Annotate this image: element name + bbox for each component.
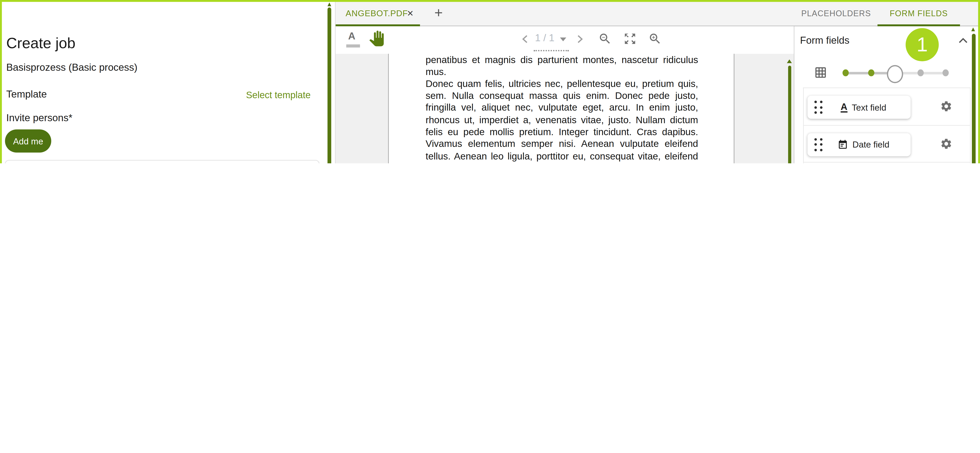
slider-stop[interactable] bbox=[842, 69, 849, 77]
grid-icon[interactable] bbox=[814, 65, 827, 79]
tab-close-icon[interactable]: ✕ bbox=[407, 9, 414, 18]
collapse-chevron-up-icon[interactable] bbox=[959, 38, 967, 43]
slider-stop[interactable] bbox=[917, 69, 924, 77]
prev-page-icon[interactable] bbox=[521, 35, 529, 44]
field-row: A Text field bbox=[804, 88, 970, 125]
zoom-in-icon[interactable] bbox=[648, 32, 662, 46]
frame-right bbox=[978, 0, 980, 163]
gear-icon[interactable] bbox=[940, 100, 953, 113]
invite-persons-label: Invite persons* bbox=[6, 113, 73, 124]
left-panel-scrollbar[interactable] bbox=[328, 8, 331, 163]
pdf-page: penatibus et magnis dis parturient monte… bbox=[388, 53, 735, 163]
select-template-link[interactable]: Select template bbox=[213, 89, 311, 100]
page-dropdown-caret-icon[interactable] bbox=[560, 38, 566, 41]
tab-angebot-pdf[interactable]: ANGEBOT.PDF bbox=[346, 9, 408, 18]
pdf-scrollbar[interactable] bbox=[788, 65, 791, 163]
annotation-step-badge: 1 bbox=[906, 28, 939, 61]
drag-handle-icon[interactable] bbox=[814, 138, 822, 151]
drag-handle-icon[interactable] bbox=[814, 101, 822, 114]
zoom-out-icon[interactable] bbox=[598, 32, 612, 46]
field-card-text[interactable]: A Text field bbox=[808, 96, 911, 119]
scroll-up-arrow[interactable] bbox=[971, 27, 975, 31]
field-card-date[interactable]: Date field bbox=[808, 133, 911, 156]
add-tab-icon[interactable]: + bbox=[434, 4, 443, 21]
pan-hand-icon[interactable] bbox=[369, 30, 384, 47]
field-type-list: A Text field Date field Checkbox bbox=[803, 88, 971, 163]
text-tool-icon[interactable]: A bbox=[348, 30, 355, 42]
form-fields-header: Form fields bbox=[800, 35, 850, 46]
pdf-scroll-up-arrow[interactable] bbox=[787, 59, 792, 63]
gear-icon[interactable] bbox=[940, 137, 953, 150]
next-page-icon[interactable] bbox=[576, 35, 584, 44]
text-field-icon: A bbox=[841, 102, 847, 112]
field-row: Date field bbox=[804, 126, 970, 163]
text-tool-underline bbox=[346, 45, 360, 47]
active-tab-underline bbox=[336, 24, 420, 26]
date-field-icon bbox=[837, 139, 848, 150]
app-window: Create job Basisprozess (Basic process) … bbox=[0, 0, 980, 163]
right-panel-scrollbar[interactable] bbox=[972, 34, 976, 163]
tab-form-fields[interactable]: FORM FIELDS bbox=[878, 9, 960, 18]
document-paragraph: Donec quam felis, ultricies nec, pellent… bbox=[426, 77, 698, 163]
page-title: Create job bbox=[6, 35, 75, 52]
frame-top bbox=[0, 0, 980, 2]
scroll-up-arrow[interactable] bbox=[328, 3, 331, 6]
slider-stop[interactable] bbox=[868, 69, 874, 77]
iteration-card: 1. Iteration Internal ✕ Approval Simple … bbox=[5, 160, 319, 163]
add-me-button[interactable]: Add me bbox=[5, 129, 51, 153]
page-indicator[interactable]: 1 / 1 bbox=[535, 32, 554, 44]
tab-placeholders[interactable]: PLACEHOLDERS bbox=[801, 9, 870, 18]
template-label: Template bbox=[6, 89, 47, 100]
slider-stop[interactable] bbox=[942, 69, 949, 77]
fullscreen-icon[interactable] bbox=[623, 32, 637, 46]
field-row: Checkbox bbox=[804, 163, 970, 163]
frame-left bbox=[0, 0, 2, 163]
process-name: Basisprozess (Basic process) bbox=[6, 62, 137, 73]
slider-thumb[interactable] bbox=[887, 65, 903, 83]
active-tab-underline bbox=[878, 24, 960, 26]
panel-divider bbox=[794, 2, 794, 163]
page-indicator-dots bbox=[534, 48, 569, 51]
document-paragraph: penatibus et magnis dis parturient monte… bbox=[426, 53, 698, 78]
